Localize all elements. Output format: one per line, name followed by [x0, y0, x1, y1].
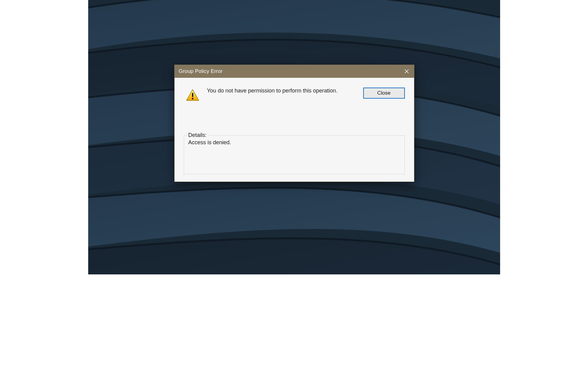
error-dialog: Group Policy Error — [174, 65, 414, 182]
details-group: Details: Access is denied. — [184, 135, 405, 174]
message-row: You do not have permission to perform th… — [184, 87, 405, 104]
dialog-body: You do not have permission to perform th… — [175, 78, 414, 182]
svg-point-4 — [192, 98, 193, 99]
details-text: Access is denied. — [188, 139, 400, 146]
details-label: Details: — [187, 132, 208, 138]
svg-rect-3 — [192, 93, 193, 97]
close-icon — [405, 69, 409, 74]
error-message: You do not have permission to perform th… — [207, 87, 356, 94]
titlebar[interactable]: Group Policy Error — [175, 65, 414, 78]
titlebar-close-button[interactable] — [399, 65, 414, 78]
close-button[interactable]: Close — [363, 88, 405, 99]
dialog-title: Group Policy Error — [179, 68, 223, 74]
warning-icon — [186, 88, 200, 104]
desktop: Group Policy Error — [88, 0, 500, 274]
